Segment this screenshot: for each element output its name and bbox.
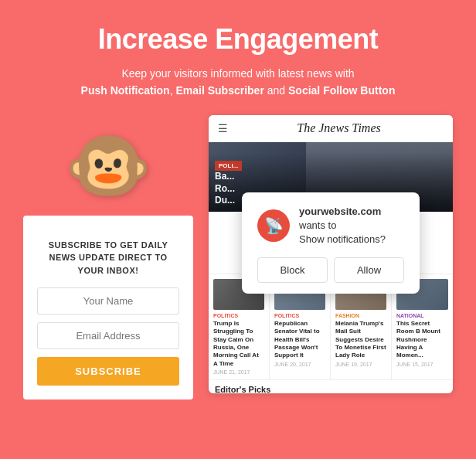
news-card-2-tag: POLITICS bbox=[274, 313, 325, 318]
page-headline: Increase Engagement bbox=[98, 23, 379, 56]
news-site-title: The Jnews Times bbox=[234, 121, 444, 135]
notification-popup: 📡 yourwebsite.com wants toShow notificat… bbox=[242, 192, 420, 294]
left-panel: 🐵 SUBSCRIBE TO GET DAILY NEWS UPDATE DIR… bbox=[23, 115, 193, 400]
popup-icon: 📡 bbox=[257, 209, 290, 242]
name-input[interactable] bbox=[37, 287, 179, 314]
news-card-4-headline: This Secret Room B Mount Rushmore Having… bbox=[396, 320, 448, 360]
subtext-plain: Keep your visitors informed with latest … bbox=[121, 67, 354, 80]
monkey-icon: 🐵 bbox=[65, 131, 151, 200]
subscribe-card-title: SUBSCRIBE TO GET DAILY NEWS UPDATE DIREC… bbox=[37, 239, 179, 277]
hero-tag: POLI... bbox=[215, 161, 242, 171]
editors-picks-title: Editor's Picks bbox=[215, 385, 447, 393]
subtext-bold3: Social Follow Button bbox=[288, 84, 395, 97]
subscribe-card: SUBSCRIBE TO GET DAILY NEWS UPDATE DIREC… bbox=[23, 216, 193, 400]
popup-domain: yourwebsite.com bbox=[299, 206, 381, 217]
allow-button[interactable]: Allow bbox=[334, 257, 404, 283]
news-card-1-headline: Trump Is Struggling To Stay Calm On Russ… bbox=[213, 320, 264, 368]
news-card-4-date: JUNE 15, 2017 bbox=[396, 362, 448, 367]
popup-content: 📡 yourwebsite.com wants toShow notificat… bbox=[257, 205, 404, 247]
news-card-1-tag: POLITICS bbox=[213, 313, 264, 318]
news-card-3-tag: FASHION bbox=[335, 313, 386, 318]
subtext-bold2: Email Subscriber bbox=[175, 84, 264, 97]
popup-buttons: Block Allow bbox=[257, 257, 404, 283]
content-row: 🐵 SUBSCRIBE TO GET DAILY NEWS UPDATE DIR… bbox=[15, 115, 461, 400]
news-card-1-date: JUNE 21, 2017 bbox=[213, 369, 264, 375]
monkey-mascot: 🐵 bbox=[58, 115, 158, 216]
news-card-2-headline: Republican Senator Vital to Health Bill'… bbox=[274, 320, 325, 360]
news-mockup-panel: ☰ The Jnews Times POLI... Ba...Ro...Du..… bbox=[209, 115, 453, 393]
news-card-2-date: JUNE 20, 2017 bbox=[274, 362, 325, 367]
news-header: ☰ The Jnews Times bbox=[209, 115, 453, 142]
main-container: Increase Engagement Keep your visitors i… bbox=[0, 0, 476, 459]
block-button[interactable]: Block bbox=[257, 257, 328, 283]
news-card-3-headline: Melania Trump's Mail Suit Suggests Desir… bbox=[335, 320, 386, 360]
wifi-icon: 📡 bbox=[264, 216, 284, 235]
email-input[interactable] bbox=[37, 322, 179, 349]
news-card-3-date: JUNE 19, 2017 bbox=[335, 362, 386, 367]
subtext-comma: , bbox=[170, 84, 173, 97]
editors-picks-section: Editor's Picks POLITICS Riots Report Sho… bbox=[209, 379, 453, 393]
popup-message: yourwebsite.com wants toShow notificatio… bbox=[299, 205, 404, 247]
page-subheadline: Keep your visitors informed with latest … bbox=[81, 65, 396, 100]
subtext-bold1: Push Notification bbox=[81, 84, 170, 97]
hamburger-icon[interactable]: ☰ bbox=[218, 122, 228, 134]
news-card-4-tag: NATIONAL bbox=[396, 313, 448, 318]
subscribe-button[interactable]: SUBSCRIBE bbox=[37, 357, 179, 386]
subtext-and: and bbox=[267, 84, 288, 97]
